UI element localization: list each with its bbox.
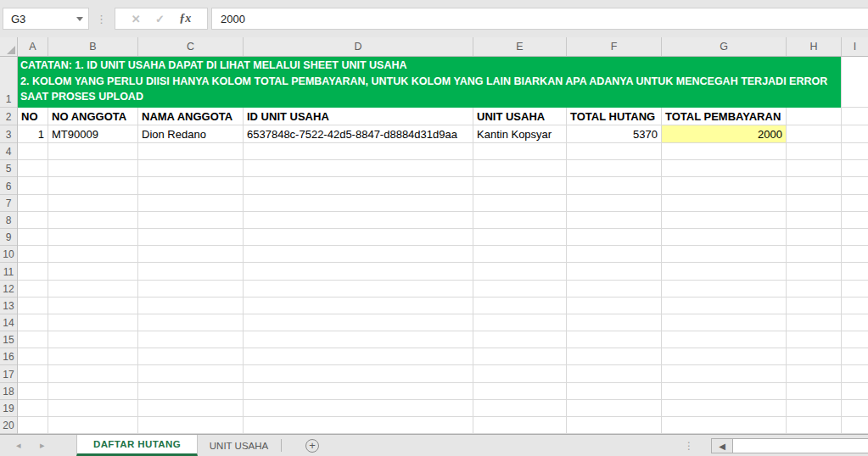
row-header-16[interactable]: 16 [0, 348, 17, 365]
grid-cell[interactable] [244, 383, 473, 400]
grid-cell[interactable] [48, 195, 138, 212]
grid-cell[interactable] [787, 229, 842, 246]
column-header-e[interactable]: E [473, 37, 567, 56]
grid-cell[interactable] [567, 177, 662, 194]
sheet-nav-prev-icon[interactable]: ◂ [16, 435, 21, 456]
grid-cell[interactable] [662, 348, 787, 365]
grid-cell[interactable] [842, 229, 868, 246]
row-header-14[interactable]: 14 [0, 314, 17, 331]
row-header-19[interactable]: 19 [0, 400, 17, 417]
grid-cell[interactable] [662, 281, 787, 298]
grid-cell[interactable] [244, 143, 473, 160]
grid-cell[interactable] [787, 400, 842, 417]
grid-cell[interactable] [138, 417, 244, 434]
grid-cell[interactable] [567, 212, 662, 229]
row-header-2[interactable]: 2 [0, 108, 17, 125]
row-header-8[interactable]: 8 [0, 212, 17, 229]
grid-cell[interactable] [473, 160, 567, 177]
sheet-nav-next-icon[interactable]: ▸ [40, 435, 45, 456]
grid-cell[interactable] [138, 365, 244, 382]
grid-cell[interactable] [567, 383, 662, 400]
grid-cell[interactable] [244, 400, 473, 417]
grid-cell[interactable] [662, 195, 787, 212]
grid-cell[interactable] [473, 383, 567, 400]
grid-cell[interactable] [787, 383, 842, 400]
row-header-17[interactable]: 17 [0, 365, 17, 382]
grid-cell[interactable] [48, 229, 138, 246]
grid-cell[interactable] [662, 417, 787, 434]
column-header-d[interactable]: D [244, 37, 473, 56]
sheet-tab-daftar-hutang[interactable]: DAFTAR HUTANG [76, 435, 198, 456]
grid-cell[interactable] [473, 143, 567, 160]
row-header-9[interactable]: 9 [0, 229, 17, 246]
grid-cell[interactable] [567, 365, 662, 382]
grid-cell[interactable] [244, 314, 473, 331]
row-header-3[interactable]: 3 [0, 125, 17, 143]
grid-cell[interactable] [473, 348, 567, 365]
data-cell-no-anggota[interactable]: MT90009 [48, 125, 138, 143]
grid-cell[interactable] [787, 212, 842, 229]
grid-cell[interactable] [48, 298, 138, 314]
grid-cell[interactable] [244, 365, 473, 382]
grid-cell[interactable] [662, 143, 787, 160]
grid-cell[interactable] [138, 383, 244, 400]
grid-cell[interactable] [473, 177, 567, 194]
grid-cell[interactable] [787, 195, 842, 212]
row-header-6[interactable]: 6 [0, 177, 17, 194]
grid-cell[interactable] [18, 246, 48, 263]
name-box[interactable]: G3 [3, 8, 89, 30]
grid-cell[interactable] [138, 212, 244, 229]
grid-cell[interactable] [18, 195, 48, 212]
grid-cell[interactable] [567, 314, 662, 331]
grid-cell[interactable] [18, 229, 48, 246]
grid-cell[interactable] [842, 314, 868, 331]
grid-cell[interactable] [244, 246, 473, 263]
grid-cell[interactable] [787, 298, 842, 314]
grid-cell[interactable] [138, 314, 244, 331]
row-header-7[interactable]: 7 [0, 195, 17, 212]
grid-cell[interactable] [48, 246, 138, 263]
grid-cell[interactable] [473, 365, 567, 382]
grid-cell[interactable] [842, 177, 868, 194]
enter-icon[interactable]: ✓ [155, 13, 165, 25]
grid-cell[interactable] [567, 417, 662, 434]
grid-cell[interactable] [473, 298, 567, 314]
grid-cell[interactable] [48, 348, 138, 365]
grid-cell[interactable] [138, 177, 244, 194]
row-header-5[interactable]: 5 [0, 160, 17, 177]
row-header-20[interactable]: 20 [0, 417, 17, 434]
grid-cell[interactable] [842, 263, 868, 280]
grid-cell[interactable] [18, 177, 48, 194]
grid-cell[interactable] [244, 229, 473, 246]
grid-cell[interactable] [662, 298, 787, 314]
grid-cell[interactable] [662, 263, 787, 280]
grid-cell[interactable] [473, 331, 567, 348]
row-header-1[interactable]: 1 [0, 57, 17, 108]
grid-cell[interactable] [567, 400, 662, 417]
grid-cell[interactable] [473, 314, 567, 331]
grid-cell[interactable] [18, 383, 48, 400]
grid-cell[interactable] [842, 331, 868, 348]
grid-cell[interactable] [244, 417, 473, 434]
grid-cell[interactable] [567, 229, 662, 246]
grid-cell[interactable] [842, 143, 868, 160]
row-header-13[interactable]: 13 [0, 298, 17, 314]
name-box-dropdown-icon[interactable] [76, 17, 83, 21]
grid-cell[interactable] [662, 229, 787, 246]
grid-cell[interactable] [473, 281, 567, 298]
grid-cell[interactable] [662, 314, 787, 331]
grid-cell[interactable] [48, 143, 138, 160]
grid-cell[interactable] [473, 229, 567, 246]
grid-cell[interactable] [244, 263, 473, 280]
grid-cell[interactable] [842, 212, 868, 229]
grid-cell[interactable] [244, 348, 473, 365]
grid-cell[interactable] [244, 212, 473, 229]
banner-cell[interactable]: CATATAN: 1. ID UNIT USAHA DAPAT DI LIHAT… [18, 57, 842, 108]
header-cell-unit-usaha[interactable]: UNIT USAHA [473, 108, 567, 125]
grid-cell[interactable] [567, 348, 662, 365]
grid-cell[interactable] [842, 160, 868, 177]
grid-cell[interactable] [842, 400, 868, 417]
grid-cell[interactable] [567, 263, 662, 280]
grid-cell[interactable] [244, 160, 473, 177]
grid-cell[interactable] [48, 281, 138, 298]
